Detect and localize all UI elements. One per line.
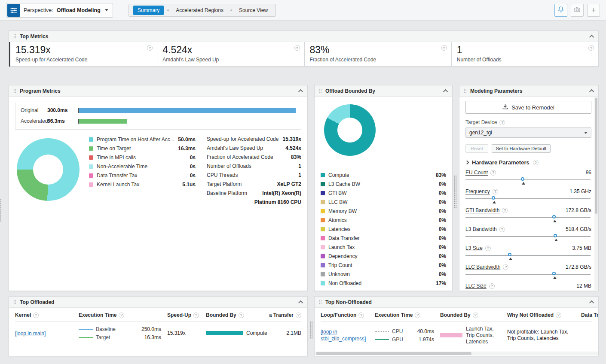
perspective-selector[interactable]: Perspective: Offload Modeling	[6, 3, 113, 18]
help-icon[interactable]: ?	[358, 312, 364, 318]
collapse-chevron-icon[interactable]	[589, 34, 594, 39]
loop-function-link[interactable]: [loop in stbi_zlib_compress]	[321, 328, 370, 342]
slider-track[interactable]	[465, 214, 591, 223]
select-caret-icon	[584, 132, 588, 134]
help-icon[interactable]: ?	[147, 45, 153, 51]
help-icon[interactable]: ?	[556, 312, 561, 318]
slider-llc-bandwidth: LLC Bandwidth?172.8 GB/s	[465, 264, 591, 279]
legend-item: Time in MPI calls0s	[89, 153, 196, 162]
slider-handle[interactable]	[526, 291, 529, 291]
collapse-chevron-icon[interactable]	[298, 89, 303, 94]
slider-track[interactable]	[465, 233, 591, 242]
panel-title: Modeling Parameters	[470, 88, 522, 94]
target-device-select[interactable]: gen12_tgl	[465, 127, 591, 138]
drag-handle-icon[interactable]	[13, 300, 16, 304]
help-icon[interactable]: ?	[489, 283, 495, 289]
slider-track[interactable]	[465, 176, 591, 185]
bar-label: Original	[21, 107, 47, 113]
help-icon[interactable]: ?	[493, 189, 498, 194]
slider-handle[interactable]	[521, 177, 524, 181]
slider-l3-size: L3 Size?3.75 MB	[465, 245, 591, 261]
help-icon[interactable]: ?	[533, 160, 539, 165]
slider-handle[interactable]	[508, 253, 511, 256]
slider-handle[interactable]	[554, 234, 557, 237]
slider-track[interactable]	[465, 252, 591, 261]
help-icon[interactable]: ?	[441, 45, 447, 51]
slider-handle[interactable]	[552, 272, 556, 275]
legend-label: Non-Accelerable Time	[97, 164, 147, 170]
legend-label: Data Transfer Tax	[97, 173, 138, 179]
snapshot-button[interactable]	[571, 4, 584, 17]
scrollbar-thumb[interactable]	[316, 352, 471, 355]
legend-label: Program Time on Host After Acc...	[97, 136, 174, 143]
panel-splitter-handle[interactable]	[0, 198, 2, 222]
help-icon[interactable]: ?	[239, 312, 244, 318]
bar-value: 66.3ms	[47, 118, 74, 124]
drag-handle-icon[interactable]	[13, 88, 16, 93]
slider-track[interactable]	[465, 289, 591, 291]
bounded-by-cell: Compute	[206, 330, 269, 336]
slider-handle[interactable]	[492, 196, 495, 200]
panel-title: Program Metrics	[20, 88, 61, 94]
help-icon[interactable]: ?	[33, 312, 39, 318]
help-icon[interactable]: ?	[193, 312, 199, 318]
vertical-scrollbar[interactable]	[594, 97, 598, 290]
collapse-chevron-icon[interactable]	[589, 89, 594, 94]
stat-row: Baseline PlatformIntel(R) Xeon(R) Platin…	[207, 189, 301, 207]
bounded-by-bar	[206, 331, 243, 335]
legend-item: Latencies0%	[321, 224, 446, 234]
panel-splitter-handle[interactable]	[454, 175, 457, 208]
program-metrics-legend: Program Time on Host After Acc...50.0ms …	[83, 133, 207, 207]
panel-splitter-handle[interactable]	[310, 321, 313, 339]
help-icon[interactable]: ?	[296, 312, 301, 318]
scrollbar-thumb[interactable]	[595, 98, 597, 214]
top-metrics-row: 15.319x Speed-up for Accelerated Code ? …	[9, 42, 598, 67]
help-icon[interactable]: ?	[588, 45, 594, 51]
original-time-bar	[79, 108, 296, 113]
drag-handle-icon[interactable]	[319, 88, 322, 93]
save-to-remodel-button[interactable]: Save to Remodel	[465, 101, 591, 114]
help-icon[interactable]: ?	[499, 227, 505, 232]
horizontal-scrollbar[interactable]	[315, 352, 598, 355]
collapse-chevron-icon[interactable]	[298, 300, 303, 305]
slider-handle[interactable]	[552, 215, 556, 218]
metric-label: Amdahl's Law Speed Up	[162, 57, 292, 63]
legend-item: Data Transfer Tax0s	[89, 171, 196, 180]
add-button[interactable]: +	[587, 4, 600, 17]
slider-track[interactable]	[465, 270, 591, 279]
stat-row: Number of Offloads1	[207, 162, 301, 171]
set-hardware-default-button[interactable]: Set to Hardware Default	[492, 144, 551, 153]
legend-item: L3 Cache BW0%	[321, 179, 446, 188]
collapse-chevron-icon[interactable]	[589, 300, 594, 305]
program-metrics-panel: Program Metrics Original 300.0ms Acceler…	[9, 85, 308, 291]
tab-accelerated-regions[interactable]: Accelerated Regions	[172, 6, 227, 15]
tab-summary[interactable]: Summary	[133, 6, 164, 15]
expand-chevron-icon[interactable]	[465, 161, 469, 165]
help-icon[interactable]: ?	[503, 264, 508, 270]
drag-handle-icon[interactable]	[464, 88, 467, 93]
drag-handle-icon[interactable]	[319, 300, 322, 304]
help-icon[interactable]: ?	[415, 312, 420, 318]
slider-track[interactable]	[465, 195, 591, 204]
legend-item: Time on Target16.3ms	[89, 144, 196, 153]
kernel-link[interactable]: [loop in main]	[15, 330, 46, 337]
help-icon[interactable]: ?	[294, 45, 300, 51]
notifications-button[interactable]	[554, 4, 567, 17]
help-icon[interactable]: ?	[485, 246, 491, 251]
tab-source-view[interactable]: Source View	[236, 6, 271, 15]
collapse-chevron-icon[interactable]	[443, 89, 448, 94]
help-icon[interactable]: ?	[119, 312, 124, 318]
help-icon[interactable]: ?	[490, 170, 496, 176]
table-row: [loop in main] Baseline250.0ms Target16.…	[15, 322, 301, 344]
panel-title: Offload Bounded By	[325, 88, 375, 94]
help-icon[interactable]: ?	[499, 120, 505, 125]
help-icon[interactable]: ?	[502, 208, 508, 213]
metric-label: Number of Offloads	[457, 57, 586, 63]
top-non-offloaded-panel: Top Non-Offloaded Loop/Function? Executi…	[314, 296, 599, 356]
reset-button[interactable]: Reset	[465, 144, 488, 153]
metric-value: 83%	[310, 44, 439, 56]
legend-item: Program Time on Host After Acc...50.0ms	[89, 135, 196, 144]
cpu-line-sample	[375, 331, 389, 332]
help-icon[interactable]: ?	[473, 312, 478, 318]
drag-handle-icon[interactable]	[13, 34, 16, 39]
